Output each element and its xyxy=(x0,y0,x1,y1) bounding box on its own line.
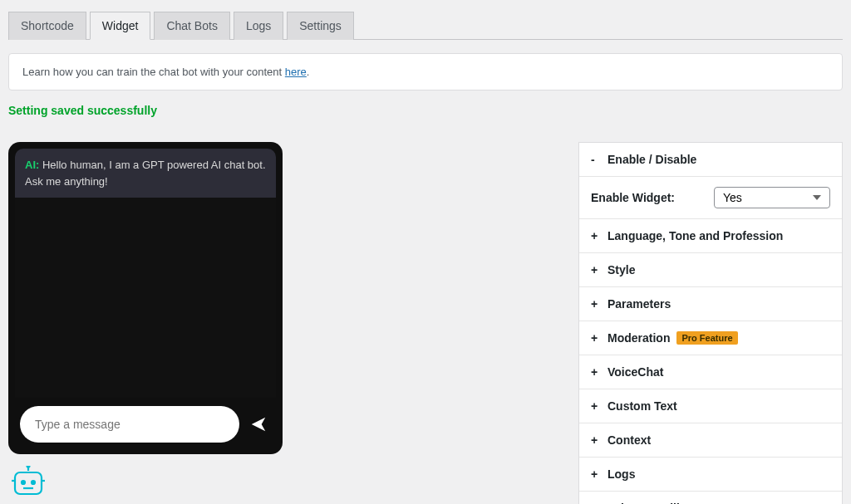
chat-body xyxy=(15,198,276,398)
expand-icon: + xyxy=(591,365,601,379)
tab-chatbots[interactable]: Chat Bots xyxy=(154,12,229,40)
section-title: Language, Tone and Profession xyxy=(608,229,783,242)
expand-icon: + xyxy=(591,297,601,311)
expand-icon: + xyxy=(591,229,601,242)
section-title: VoiceChat xyxy=(608,365,663,379)
enable-widget-select[interactable]: Yes xyxy=(714,187,830,208)
bot-icon xyxy=(8,466,48,499)
section-title: Style xyxy=(608,263,635,276)
svg-point-1 xyxy=(27,466,30,467)
section-voicechat[interactable]: + VoiceChat xyxy=(579,355,842,389)
tab-shortcode[interactable]: Shortcode xyxy=(8,12,86,40)
section-custom-text[interactable]: + Custom Text xyxy=(579,389,842,423)
section-title: Parameters xyxy=(608,297,671,311)
svg-rect-2 xyxy=(15,472,42,494)
section-title: Context xyxy=(608,433,651,447)
expand-icon: + xyxy=(591,399,601,413)
enable-widget-label: Enable Widget: xyxy=(591,191,675,204)
greeting-text: Hello human, I am a GPT powered AI chat … xyxy=(25,159,266,188)
success-message: Setting saved successfully xyxy=(8,104,843,117)
info-link[interactable]: here xyxy=(285,66,307,78)
info-text-prefix: Learn how you can train the chat bot wit… xyxy=(22,66,285,78)
tab-logs[interactable]: Logs xyxy=(234,12,283,40)
expand-icon: + xyxy=(591,331,601,345)
section-logs[interactable]: + Logs xyxy=(579,458,842,492)
section-language[interactable]: + Language, Tone and Profession xyxy=(579,219,842,253)
tab-settings[interactable]: Settings xyxy=(287,12,354,40)
info-text-suffix: . xyxy=(307,66,310,78)
section-token-handling[interactable]: + Token Handling xyxy=(579,492,842,504)
pro-badge: Pro Feature xyxy=(676,331,737,345)
chat-input-row xyxy=(15,398,276,448)
ai-label: AI: xyxy=(25,159,39,171)
section-enable-disable[interactable]: - Enable / Disable xyxy=(579,143,842,177)
tab-bar: Shortcode Widget Chat Bots Logs Settings xyxy=(8,12,843,40)
section-title: Enable / Disable xyxy=(608,153,696,166)
info-banner: Learn how you can train the chat bot wit… xyxy=(8,53,843,91)
section-parameters[interactable]: + Parameters xyxy=(579,287,842,321)
svg-point-4 xyxy=(32,481,35,484)
expand-icon: + xyxy=(591,263,601,276)
tab-widget[interactable]: Widget xyxy=(90,12,151,40)
send-icon xyxy=(249,415,268,433)
svg-point-3 xyxy=(22,481,25,484)
section-title: Logs xyxy=(608,467,635,481)
collapse-icon: - xyxy=(591,153,601,166)
chat-input[interactable] xyxy=(20,406,239,443)
expand-icon: + xyxy=(591,467,601,481)
expand-icon: + xyxy=(591,433,601,447)
section-context[interactable]: + Context xyxy=(579,423,842,458)
chat-greeting: AI: Hello human, I am a GPT powered AI c… xyxy=(15,149,276,198)
settings-panel: - Enable / Disable Enable Widget: Yes + … xyxy=(578,142,843,504)
section-moderation[interactable]: + Moderation Pro Feature xyxy=(579,321,842,355)
enable-widget-row: Enable Widget: Yes xyxy=(579,177,842,219)
section-title: Moderation xyxy=(608,331,670,345)
send-button[interactable] xyxy=(246,412,271,437)
section-style[interactable]: + Style xyxy=(579,253,842,287)
chat-widget: AI: Hello human, I am a GPT powered AI c… xyxy=(8,142,283,454)
section-title: Custom Text xyxy=(608,399,677,413)
